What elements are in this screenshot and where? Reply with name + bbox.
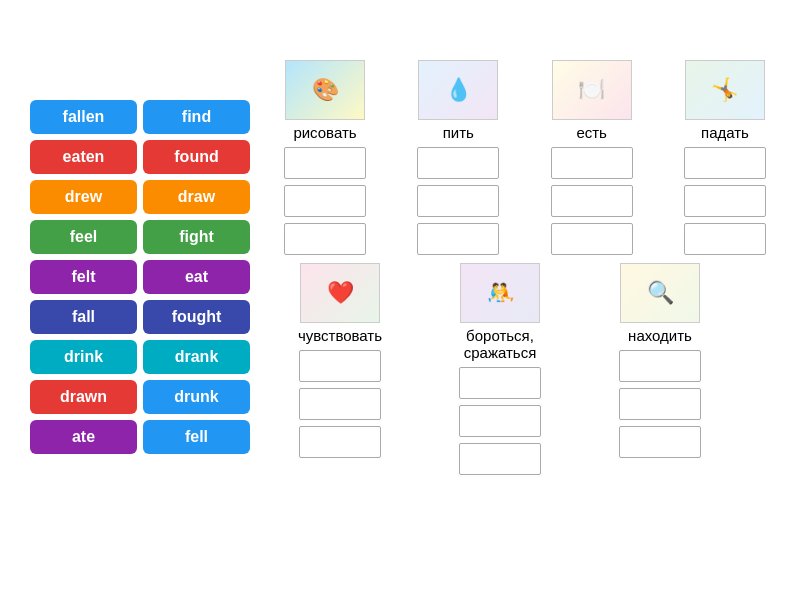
drop-boxes-чувствовать xyxy=(270,350,410,458)
drop-box-падать-0[interactable] xyxy=(684,147,766,179)
category-падать: 🤸падать xyxy=(670,60,780,255)
word-tile-fought[interactable]: fought xyxy=(143,300,250,334)
category-label-бороться,
сражаться: бороться, сражаться xyxy=(464,327,537,361)
category-image-есть: 🍽️ xyxy=(552,60,632,120)
word-tile-eaten[interactable]: eaten xyxy=(30,140,137,174)
drop-boxes-падать xyxy=(670,147,780,255)
word-tile-ate[interactable]: ate xyxy=(30,420,137,454)
word-tile-drawn[interactable]: drawn xyxy=(30,380,137,414)
category-label-есть: есть xyxy=(576,124,607,141)
word-tile-find[interactable]: find xyxy=(143,100,250,134)
drop-box-рисовать-2[interactable] xyxy=(284,223,366,255)
drop-box-падать-2[interactable] xyxy=(684,223,766,255)
category-image-находить: 🔍 xyxy=(620,263,700,323)
drop-boxes-пить xyxy=(403,147,513,255)
word-tile-drank[interactable]: drank xyxy=(143,340,250,374)
category-пить: 💧пить xyxy=(403,60,513,255)
drop-box-чувствовать-2[interactable] xyxy=(299,426,381,458)
category-чувствовать: ❤️чувствовать xyxy=(270,263,410,475)
word-tile-drew[interactable]: drew xyxy=(30,180,137,214)
word-tile-drink[interactable]: drink xyxy=(30,340,137,374)
drop-box-находить-0[interactable] xyxy=(619,350,701,382)
drop-box-падать-1[interactable] xyxy=(684,185,766,217)
word-tile-fight[interactable]: fight xyxy=(143,220,250,254)
drop-box-рисовать-1[interactable] xyxy=(284,185,366,217)
drop-box-находить-2[interactable] xyxy=(619,426,701,458)
drop-boxes-рисовать xyxy=(270,147,380,255)
word-tile-fallen[interactable]: fallen xyxy=(30,100,137,134)
word-bank: fallenfindeatenfounddrewdrawfeelfightfel… xyxy=(30,100,250,454)
word-tile-found[interactable]: found xyxy=(143,140,250,174)
category-image-пить: 💧 xyxy=(418,60,498,120)
drop-boxes-есть xyxy=(537,147,647,255)
category-image-рисовать: 🎨 xyxy=(285,60,365,120)
category-image-чувствовать: ❤️ xyxy=(300,263,380,323)
top-categories-row: 🎨рисовать💧пить🍽️есть🤸падать xyxy=(270,60,780,255)
category-label-падать: падать xyxy=(701,124,749,141)
drop-box-пить-1[interactable] xyxy=(417,185,499,217)
drop-box-бороться,
сражаться-2[interactable] xyxy=(459,443,541,475)
category-label-рисовать: рисовать xyxy=(293,124,356,141)
word-tile-drunk[interactable]: drunk xyxy=(143,380,250,414)
drop-box-чувствовать-0[interactable] xyxy=(299,350,381,382)
category-image-бороться,
сражаться: 🤼 xyxy=(460,263,540,323)
drop-box-есть-0[interactable] xyxy=(551,147,633,179)
word-tile-feel[interactable]: feel xyxy=(30,220,137,254)
category-находить: 🔍находить xyxy=(590,263,730,475)
category-label-находить: находить xyxy=(628,327,692,344)
category-рисовать: 🎨рисовать xyxy=(270,60,380,255)
bottom-categories-row: ❤️чувствовать🤼бороться, сражаться🔍находи… xyxy=(270,263,780,475)
drop-box-пить-0[interactable] xyxy=(417,147,499,179)
word-tile-felt[interactable]: felt xyxy=(30,260,137,294)
category-label-пить: пить xyxy=(443,124,474,141)
word-tile-fall[interactable]: fall xyxy=(30,300,137,334)
drop-box-рисовать-0[interactable] xyxy=(284,147,366,179)
drop-box-есть-2[interactable] xyxy=(551,223,633,255)
right-area: 🎨рисовать💧пить🍽️есть🤸падать ❤️чувствоват… xyxy=(270,60,780,475)
drop-box-бороться,
сражаться-0[interactable] xyxy=(459,367,541,399)
drop-box-пить-2[interactable] xyxy=(417,223,499,255)
word-tile-fell[interactable]: fell xyxy=(143,420,250,454)
word-tile-draw[interactable]: draw xyxy=(143,180,250,214)
drop-box-бороться,
сражаться-1[interactable] xyxy=(459,405,541,437)
drop-box-чувствовать-1[interactable] xyxy=(299,388,381,420)
category-image-падать: 🤸 xyxy=(685,60,765,120)
word-tile-eat[interactable]: eat xyxy=(143,260,250,294)
drop-box-находить-1[interactable] xyxy=(619,388,701,420)
drop-box-есть-1[interactable] xyxy=(551,185,633,217)
drop-boxes-находить xyxy=(590,350,730,458)
category-есть: 🍽️есть xyxy=(537,60,647,255)
category-бороться,
сражаться: 🤼бороться, сражаться xyxy=(430,263,570,475)
category-label-чувствовать: чувствовать xyxy=(298,327,382,344)
drop-boxes-бороться,
сражаться xyxy=(430,367,570,475)
